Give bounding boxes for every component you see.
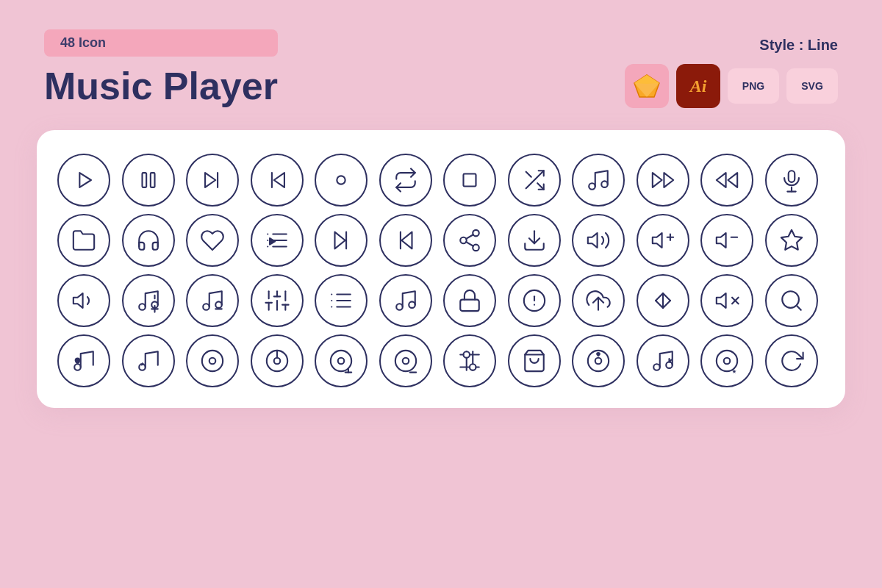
svg-line-39: [466, 234, 473, 239]
svg-point-114: [653, 364, 660, 370]
disc-record-icon[interactable]: [251, 334, 304, 387]
svg-point-92: [273, 358, 280, 365]
music-notes-icon[interactable]: [379, 274, 432, 327]
sketch-icon: [633, 74, 661, 98]
download-icon[interactable]: [508, 214, 561, 267]
svg-marker-17: [664, 173, 673, 187]
shuffle-icon[interactable]: [508, 154, 561, 207]
disc-heart-icon[interactable]: [572, 334, 625, 387]
svg-point-36: [460, 237, 467, 244]
svg-rect-4: [142, 173, 146, 187]
disc-icon[interactable]: [186, 334, 239, 387]
ai-label: Ai: [690, 76, 707, 96]
svg-rect-21: [788, 171, 795, 182]
microphone-icon[interactable]: [765, 154, 818, 207]
play-next-icon[interactable]: [315, 214, 368, 267]
svg-marker-48: [74, 293, 83, 308]
svg-point-16: [601, 181, 608, 187]
svg-marker-19: [717, 173, 726, 187]
svg-marker-6: [205, 173, 215, 187]
svg-marker-2: [634, 75, 659, 84]
volume-minus-icon[interactable]: [700, 214, 753, 267]
svg-point-54: [203, 304, 209, 310]
svg-point-115: [666, 362, 673, 368]
sort-icon[interactable]: [637, 274, 689, 327]
back-step-icon[interactable]: [379, 214, 432, 267]
svg-point-35: [473, 230, 479, 237]
disc-remove-icon[interactable]: [379, 334, 432, 387]
upload-icon[interactable]: [572, 274, 625, 327]
svg-point-113: [595, 358, 602, 365]
lock-icon[interactable]: [443, 274, 496, 327]
svg-point-55: [215, 301, 222, 308]
volume-plus-icon[interactable]: [637, 214, 689, 267]
fast-forward-icon[interactable]: [637, 154, 689, 207]
settings-sliders-icon[interactable]: [443, 334, 496, 387]
skip-back-icon[interactable]: [251, 154, 304, 207]
ai-badge[interactable]: Ai: [676, 64, 720, 108]
disc-star-icon[interactable]: [700, 334, 753, 387]
rewind-icon[interactable]: [700, 154, 753, 207]
svg-point-72: [396, 304, 403, 310]
svg-marker-30: [270, 238, 275, 245]
sketch-badge[interactable]: [625, 64, 669, 108]
svg-marker-33: [401, 232, 412, 249]
stop-icon[interactable]: [443, 154, 496, 207]
music-download-icon[interactable]: [637, 334, 689, 387]
heart-icon[interactable]: [186, 214, 239, 267]
format-badges: Ai PNG SVG: [625, 64, 838, 108]
refresh-icon[interactable]: [765, 334, 818, 387]
svg-marker-42: [652, 233, 662, 248]
disc-add-icon[interactable]: [315, 334, 368, 387]
skip-forward-icon[interactable]: [186, 154, 239, 207]
svg-rect-5: [150, 173, 154, 187]
svg-line-13: [537, 183, 544, 190]
star-icon[interactable]: [765, 214, 818, 267]
svg-badge[interactable]: SVG: [786, 68, 838, 104]
info-icon[interactable]: [508, 274, 561, 327]
mute-icon[interactable]: [700, 274, 753, 327]
play-icon[interactable]: [57, 154, 110, 207]
png-label: PNG: [742, 80, 764, 92]
svg-label: SVG: [801, 80, 823, 92]
volume-icon[interactable]: [572, 214, 625, 267]
playlist-icon[interactable]: [251, 214, 304, 267]
search-icon[interactable]: [765, 274, 818, 327]
record-icon[interactable]: [315, 154, 368, 207]
equalizer-icon[interactable]: [251, 274, 304, 327]
share-icon[interactable]: [443, 214, 496, 267]
svg-point-116: [717, 351, 737, 371]
music-remove-icon[interactable]: [186, 274, 239, 327]
svg-point-99: [402, 358, 409, 365]
icon-grid: [57, 154, 825, 387]
left-header: 48 Icon Music Player: [44, 29, 278, 107]
svg-point-73: [409, 301, 415, 308]
music-add-icon[interactable]: [122, 274, 175, 327]
list-icon[interactable]: [315, 274, 368, 327]
svg-point-49: [139, 304, 146, 310]
svg-marker-81: [717, 293, 726, 308]
repeat-icon[interactable]: [379, 154, 432, 207]
folder-icon[interactable]: [57, 214, 110, 267]
svg-marker-20: [728, 173, 737, 187]
music-note-icon[interactable]: [572, 154, 625, 207]
svg-marker-41: [588, 233, 598, 248]
music-heart-icon[interactable]: [57, 334, 110, 387]
volume-low-icon[interactable]: [57, 274, 110, 327]
pause-icon[interactable]: [122, 154, 175, 207]
png-badge[interactable]: PNG: [728, 68, 779, 104]
music-star-icon[interactable]: [122, 334, 175, 387]
right-header: Style : Line Ai PNG: [625, 29, 838, 108]
svg-point-101: [464, 351, 470, 358]
svg-point-10: [337, 176, 345, 184]
basket-icon[interactable]: [508, 334, 561, 387]
svg-rect-74: [460, 300, 479, 312]
svg-line-85: [796, 306, 800, 310]
icon-count-badge: 48 Icon: [44, 29, 278, 57]
svg-point-117: [724, 358, 731, 365]
svg-point-86: [74, 364, 81, 370]
headphones-icon[interactable]: [122, 214, 175, 267]
svg-point-90: [209, 358, 216, 365]
svg-point-15: [589, 183, 595, 190]
svg-point-95: [338, 358, 345, 365]
